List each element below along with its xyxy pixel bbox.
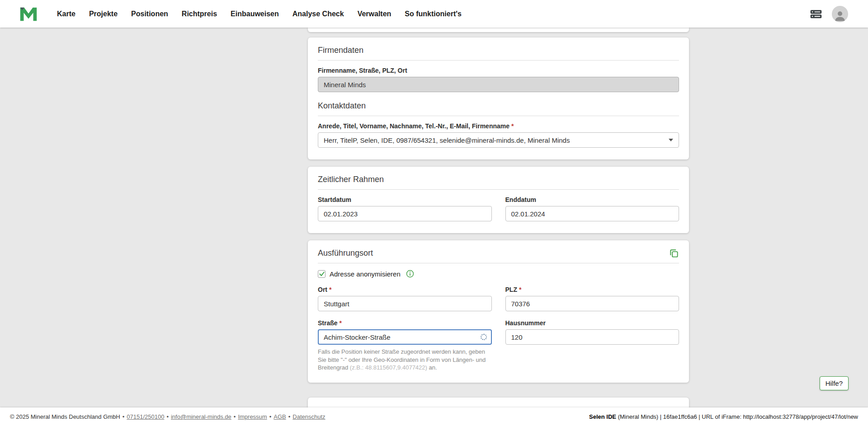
required-asterisk: * — [329, 286, 331, 293]
ort-label: Ort* — [318, 286, 492, 293]
logo-icon — [18, 4, 39, 24]
info-icon[interactable] — [406, 270, 414, 278]
hausnummer-label: Hausnummer — [505, 319, 679, 327]
kontakt-label: Anrede, Titel, Vorname, Nachname, Tel.-N… — [318, 122, 679, 130]
nav-analyse-check[interactable]: Analyse Check — [292, 10, 344, 18]
footer-debug-info: Selen IDE (Mineral Minds) | 16fae1ffc6a6… — [589, 413, 858, 420]
nav-richtpreis[interactable]: Richtpreis — [182, 10, 217, 18]
email-link[interactable]: info@mineral-minds.de — [171, 413, 231, 420]
agb-link[interactable]: AGB — [274, 413, 286, 420]
mineral-minds-logo[interactable] — [18, 4, 39, 24]
plz-input[interactable] — [505, 296, 679, 311]
firmendaten-title: Firmendaten — [318, 45, 679, 56]
copy-icon[interactable] — [669, 248, 679, 258]
enddatum-label: Enddatum — [505, 196, 679, 203]
strasse-input[interactable] — [318, 329, 492, 345]
chevron-down-icon — [669, 139, 673, 141]
required-asterisk: * — [511, 122, 514, 130]
person-icon — [833, 9, 847, 22]
divider — [318, 263, 679, 263]
nav-verwalten[interactable]: Verwalten — [358, 10, 392, 18]
startdatum-label: Startdatum — [318, 196, 492, 203]
copyright-text: © 2025 Mineral Minds Deutschland GmbH — [10, 413, 120, 420]
main-nav: Karte Projekte Positionen Richtpreis Ein… — [57, 10, 462, 18]
server-icon[interactable] — [809, 8, 823, 20]
navbar-right — [809, 6, 848, 22]
startdatum-input[interactable] — [318, 206, 492, 221]
datenschutz-link[interactable]: Datenschutz — [292, 413, 325, 420]
strasse-hint: Falls die Position keiner Straße zugeord… — [318, 348, 492, 372]
impressum-link[interactable]: Impressum — [238, 413, 267, 420]
nav-projekte[interactable]: Projekte — [89, 10, 118, 18]
required-asterisk: * — [340, 319, 342, 327]
hausnummer-input[interactable] — [505, 329, 679, 345]
ort-input[interactable] — [318, 296, 492, 311]
previous-card-edge — [308, 28, 689, 32]
user-avatar[interactable] — [832, 6, 848, 22]
check-icon — [319, 271, 325, 277]
page-content: Firmendaten Firmenname, Straße, PLZ, Ort… — [0, 28, 868, 407]
page-footer: © 2025 Mineral Minds Deutschland GmbH • … — [0, 407, 868, 426]
divider — [318, 116, 679, 116]
nav-karte[interactable]: Karte — [57, 10, 75, 18]
nav-positionen[interactable]: Positionen — [131, 10, 168, 18]
nav-so-funktionierts[interactable]: So funktioniert's — [405, 10, 462, 18]
anonymisieren-checkbox[interactable] — [318, 270, 326, 278]
help-button[interactable]: Hilfe? — [820, 376, 849, 390]
divider — [318, 60, 679, 61]
phone-link[interactable]: 07151/250100 — [127, 413, 164, 420]
ausfuehrungsort-card: Ausführungsort Adresse anonymisieren — [308, 240, 689, 383]
plz-label: PLZ* — [505, 286, 679, 293]
next-card-edge — [308, 398, 689, 407]
nav-einbauweisen[interactable]: Einbauweisen — [231, 10, 279, 18]
firmenname-input — [318, 77, 679, 92]
zeitlicher-rahmen-card: Zeitlicher Rahmen Startdatum Enddatum — [308, 167, 689, 233]
anonymisieren-label: Adresse anonymisieren — [330, 270, 401, 278]
ausfuehrungsort-title: Ausführungsort — [318, 248, 373, 258]
strasse-label: Straße* — [318, 319, 492, 327]
firmenname-label: Firmenname, Straße, PLZ, Ort — [318, 67, 679, 74]
firmendaten-card: Firmendaten Firmenname, Straße, PLZ, Ort… — [308, 37, 689, 159]
loading-spinner-icon — [481, 334, 487, 340]
kontakt-select[interactable]: Herr, TitelP, Selen, IDE, 0987/654321, s… — [318, 132, 679, 148]
footer-left: © 2025 Mineral Minds Deutschland GmbH • … — [10, 413, 326, 420]
top-navbar: Karte Projekte Positionen Richtpreis Ein… — [0, 0, 868, 28]
ide-name: Selen IDE — [589, 413, 616, 420]
zeitraum-title: Zeitlicher Rahmen — [318, 174, 679, 185]
kontaktdaten-title: Kontaktdaten — [318, 100, 679, 111]
enddatum-input[interactable] — [505, 206, 679, 221]
kontakt-selected-value: Herr, TitelP, Selen, IDE, 0987/654321, s… — [324, 136, 570, 144]
required-asterisk: * — [519, 286, 521, 293]
divider — [318, 189, 679, 190]
